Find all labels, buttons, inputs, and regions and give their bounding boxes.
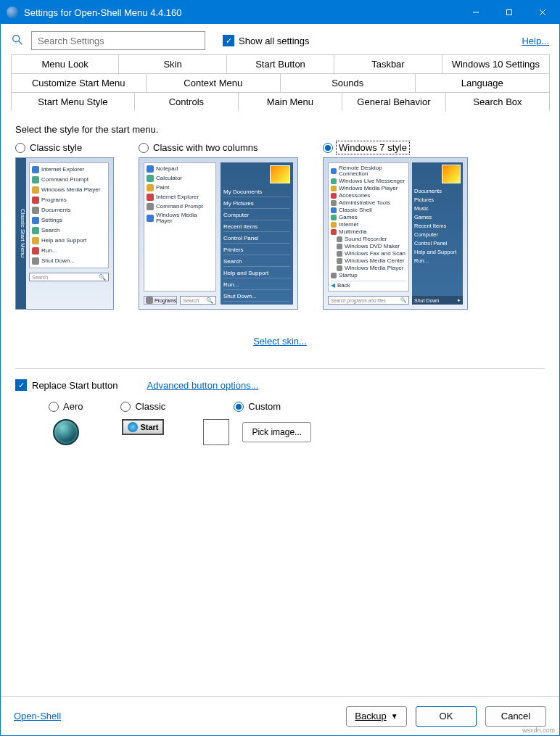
radio-classic-style[interactable]: Classic style	[15, 142, 114, 153]
tab-controls[interactable]: Controls	[134, 92, 239, 111]
tab-main-menu[interactable]: Main Menu	[238, 92, 342, 111]
preview-shutdown: Shut Down▸	[412, 296, 463, 305]
preview-item: Documents	[32, 207, 106, 214]
preview-item: Accessories	[331, 193, 406, 199]
window-title: Settings for Open-Shell Menu 4.4.160	[24, 7, 182, 18]
radio-label: Windows 7 style	[337, 142, 408, 153]
tab-general-behavior[interactable]: General Behavior	[342, 92, 446, 111]
aero-orb-icon	[53, 419, 79, 445]
settings-window: Settings for Open-Shell Menu 4.4.160 ✓ S…	[0, 0, 560, 736]
tab-content: Select the style for the start menu. Cla…	[1, 111, 559, 696]
show-all-settings-checkbox[interactable]: ✓ Show all settings	[223, 35, 310, 46]
tab-start-button[interactable]: Start Button	[226, 54, 334, 73]
svg-point-4	[13, 35, 20, 41]
preview-item: Internet	[331, 222, 406, 228]
radio-aero[interactable]: Aero	[49, 401, 83, 412]
preview-item: Windows DVD Maker	[331, 244, 406, 249]
ok-button[interactable]: OK	[416, 706, 477, 727]
radio-icon	[234, 402, 244, 412]
custom-image-swatch	[203, 419, 229, 445]
preview-item: Printers	[223, 247, 290, 255]
tabs: Menu Look Skin Start Button Taskbar Wind…	[1, 54, 559, 111]
preview-classic[interactable]: Classic Start Menu Internet ExplorerComm…	[15, 157, 114, 310]
preview-item: Computer	[414, 231, 461, 238]
check-icon: ✓	[15, 379, 27, 391]
minimize-button[interactable]	[459, 1, 493, 24]
preview-item: Command Prompt	[32, 176, 106, 183]
cancel-button[interactable]: Cancel	[485, 706, 546, 727]
maximize-button[interactable]	[493, 1, 526, 24]
app-icon	[7, 7, 18, 18]
footer: Open-Shell Backup▼ OK Cancel	[1, 696, 559, 735]
style-classic: Classic style Classic Start Menu Interne…	[15, 142, 114, 310]
advanced-button-options-link[interactable]: Advanced button options...	[147, 380, 259, 391]
radio-label: Custom	[248, 401, 281, 412]
preview-back: ◀Back	[331, 281, 406, 289]
preview-item: Windows Media Player	[331, 186, 406, 191]
select-skin-link[interactable]: Select skin...	[253, 336, 307, 347]
preview-item: Recent Items	[414, 223, 461, 229]
preview-item: Control Panel	[414, 240, 461, 247]
preview-item: Settings	[32, 217, 106, 224]
preview-programs: Programs	[144, 296, 177, 305]
backup-button[interactable]: Backup▼	[346, 706, 407, 727]
preview-item: Sound Recorder	[331, 236, 406, 242]
tab-start-menu-style[interactable]: Start Menu Style	[11, 92, 135, 111]
preview-item: Search	[32, 227, 106, 234]
radio-label: Classic with two columns	[153, 142, 258, 153]
preview-item: Computer	[223, 212, 290, 220]
close-button[interactable]	[526, 1, 559, 24]
section-label: Select the style for the start menu.	[15, 124, 545, 135]
divider	[15, 368, 545, 369]
preview-item: Recent Items	[223, 223, 290, 232]
radio-icon	[139, 143, 149, 153]
user-picture-icon	[442, 165, 461, 183]
preview-sidebar: Classic Start Menu	[16, 158, 26, 309]
tab-language[interactable]: Language	[415, 73, 551, 92]
radio-classic[interactable]: Classic	[120, 401, 165, 412]
tab-taskbar[interactable]: Taskbar	[334, 54, 442, 73]
replace-start-button-row: ✓ Replace Start button Advanced button o…	[15, 379, 545, 391]
radio-two-columns[interactable]: Classic with two columns	[139, 142, 298, 153]
tab-windows10-settings[interactable]: Windows 10 Settings	[442, 54, 550, 73]
pick-image-button[interactable]: Pick image...	[242, 422, 311, 442]
button-style-custom: Custom Pick image...	[203, 401, 311, 445]
help-link[interactable]: Help...	[522, 36, 549, 46]
replace-start-button-checkbox[interactable]: ✓ Replace Start button	[15, 379, 118, 391]
preview-item: Multimedia	[331, 229, 406, 235]
search-input[interactable]	[31, 31, 205, 50]
preview-item: Run...	[32, 247, 106, 255]
preview-item: Command Prompt	[147, 203, 213, 210]
preview-item: Run...	[223, 281, 290, 290]
open-shell-link[interactable]: Open-Shell	[14, 711, 61, 721]
preview-item: Windows Media Player	[147, 212, 213, 224]
tab-context-menu[interactable]: Context Menu	[146, 73, 281, 92]
preview-two-columns[interactable]: NotepadCalculatorPaintInternet ExplorerC…	[139, 157, 298, 310]
select-skin-row: Select skin...	[15, 336, 545, 347]
tab-skin[interactable]: Skin	[118, 54, 226, 73]
user-picture-icon	[270, 165, 290, 183]
radio-windows7-style[interactable]: Windows 7 style	[323, 142, 468, 153]
radio-icon	[323, 143, 333, 153]
preview-item: Programs	[32, 197, 106, 204]
preview-item: Paint	[147, 184, 213, 191]
radio-icon	[15, 143, 25, 153]
preview-item: Administrative Tools	[331, 200, 406, 206]
preview-search: Search🔍	[29, 273, 109, 281]
tab-sounds[interactable]: Sounds	[280, 73, 416, 92]
watermark: wsxdn.com	[522, 727, 555, 734]
tab-row-3: Start Menu Style Controls Main Menu Gene…	[11, 92, 549, 111]
radio-label: Aero	[63, 401, 83, 412]
button-style-row: Aero Classic Start Custom	[49, 401, 545, 445]
check-icon: ✓	[223, 35, 234, 46]
preview-item: Help and Support	[32, 237, 106, 244]
tab-customize-start-menu[interactable]: Customize Start Menu	[11, 73, 147, 92]
classic-start-button-icon: Start	[122, 419, 164, 435]
preview-item: Games	[414, 214, 461, 220]
tab-menu-look[interactable]: Menu Look	[11, 54, 119, 73]
preview-item: Documents	[414, 188, 461, 194]
button-style-classic: Classic Start	[120, 401, 165, 435]
preview-windows7[interactable]: Remote Desktop ConnectionWindows Live Me…	[323, 157, 468, 310]
tab-search-box[interactable]: Search Box	[445, 92, 550, 111]
radio-custom[interactable]: Custom	[234, 401, 281, 412]
